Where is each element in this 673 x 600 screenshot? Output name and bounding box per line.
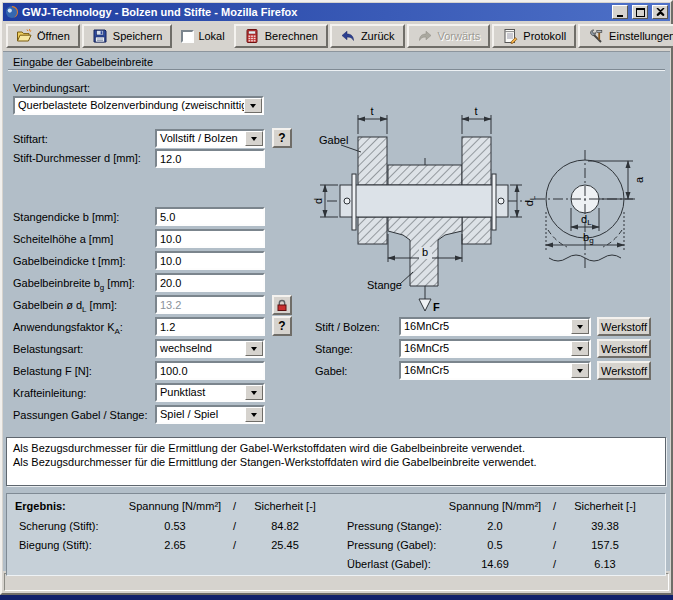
gabel-material-value: 16MnCr5 (401, 363, 571, 378)
anwendungsfaktor-input[interactable] (155, 317, 265, 336)
message-line-1: Als Bezugsdurchmesser für die Ermittlung… (13, 441, 659, 455)
stift-bolzen-material-select[interactable]: 16MnCr5 (399, 317, 591, 336)
forward-button[interactable]: Vorwärts (407, 24, 491, 48)
belastungsart-value: wechselnd (157, 341, 245, 356)
result-sep: / (553, 520, 556, 532)
werkstoff-button-gabel[interactable]: Werkstoff (597, 361, 651, 380)
drawing-label-bg: bg (583, 231, 594, 245)
stift-durchmesser-input[interactable] (155, 149, 265, 168)
document-icon (502, 28, 518, 44)
drawing-washer-left (352, 174, 356, 230)
result-sep: / (553, 558, 556, 570)
gabelbeindicke-input[interactable] (155, 251, 265, 270)
lock-button[interactable] (272, 295, 292, 315)
maximize-icon (636, 8, 645, 17)
scheitelhoehe-input[interactable] (155, 229, 265, 248)
lock-icon (276, 299, 288, 312)
maximize-button[interactable] (632, 5, 648, 19)
verbindungsart-value: Querbelastete Bolzenverbindung (zweischn… (15, 98, 244, 113)
calculate-button[interactable]: Berechnen (234, 24, 328, 48)
dropdown-arrow-icon[interactable] (571, 319, 589, 334)
stangendicke-input[interactable] (155, 207, 265, 226)
dropdown-arrow-icon[interactable] (571, 341, 589, 356)
calculate-label: Berechnen (265, 30, 318, 42)
dropdown-arrow-icon[interactable] (245, 341, 263, 356)
drawing-label-d: d (312, 198, 324, 204)
gabel-material-label: Gabel: (315, 365, 347, 377)
question-mark-icon: ? (278, 131, 285, 145)
gabelbein-dl-label: Gabelbein ø dL [mm]: (13, 299, 117, 314)
result-row-label: Pressung (Stange): (347, 520, 442, 532)
krafteinleitung-value: Punktlast (157, 385, 245, 400)
question-mark-icon: ? (278, 319, 285, 333)
gabel-material-select[interactable]: 16MnCr5 (399, 361, 591, 380)
drawing-label-dl: dL (523, 195, 537, 206)
drawing-label-dl2: dL (581, 213, 592, 227)
forward-label: Vorwärts (438, 30, 481, 42)
result-sep: / (233, 539, 236, 551)
page-title: Eingabe der Gabelbeinbreite (13, 56, 153, 68)
result-value-spannung: 14.69 (445, 558, 545, 570)
tools-icon (588, 28, 604, 44)
stiftart-value: Vollstift / Bolzen (157, 131, 245, 146)
drawing-gabel-leg-bottom-left (358, 217, 387, 244)
gabelbeinbreite-label: Gabelbeinbreite bg [mm]: (13, 277, 135, 292)
drawing-stange-upper (388, 165, 462, 185)
results-header-sicherheit-right: Sicherheit [-] (565, 500, 645, 512)
window-title: GWJ-Technology - Bolzen und Stifte - Moz… (22, 6, 608, 18)
lokal-checkbox[interactable] (181, 30, 194, 43)
minimize-button[interactable] (612, 5, 628, 19)
dropdown-arrow-icon[interactable] (245, 385, 263, 400)
drawing-gabel-leg-bottom-right (462, 217, 491, 244)
titlebar: GWJ-Technology - Bolzen und Stifte - Moz… (3, 3, 670, 21)
werkstoff-button-stift[interactable]: Werkstoff (597, 317, 651, 336)
back-button[interactable]: Zurück (330, 24, 405, 48)
open-button[interactable]: Öffnen (6, 24, 80, 48)
result-row-label: Biegung (Stift): (19, 539, 92, 551)
stange-material-value: 16MnCr5 (401, 341, 571, 356)
stift-durchmesser-label: Stift-Durchmesser d [mm]: (13, 152, 141, 164)
result-sep: / (553, 539, 556, 551)
forward-arrow-icon (417, 28, 433, 44)
header-divider (8, 69, 665, 71)
gabelbeindicke-label: Gabelbeindicke t [mm]: (13, 255, 126, 267)
protocol-button[interactable]: Protokoll (492, 24, 576, 48)
belastungsart-select[interactable]: wechselnd (155, 339, 265, 358)
result-row-label: Scherung (Stift): (19, 520, 98, 532)
drawing-label-stange: Stange (367, 279, 402, 291)
dropdown-arrow-icon[interactable] (245, 407, 263, 422)
minimize-icon (617, 15, 623, 17)
back-arrow-icon (340, 28, 356, 44)
result-value-sicherheit: 157.5 (565, 539, 645, 551)
passungen-select[interactable]: Spiel / Spiel (155, 405, 265, 424)
calculator-icon (244, 28, 260, 44)
stange-material-select[interactable]: 16MnCr5 (399, 339, 591, 358)
passungen-value: Spiel / Spiel (157, 407, 245, 422)
drawing-force-arrowhead (419, 299, 431, 311)
dropdown-arrow-icon[interactable] (244, 98, 262, 113)
werkstoff-button-stange[interactable]: Werkstoff (597, 339, 651, 358)
stiftart-help-button[interactable]: ? (272, 128, 292, 148)
save-button[interactable]: Speichern (82, 24, 173, 48)
settings-button[interactable]: Einstellungen (578, 24, 673, 48)
anwendungsfaktor-help-button[interactable]: ? (272, 316, 292, 336)
close-button[interactable] (652, 5, 668, 19)
dropdown-arrow-icon[interactable] (571, 363, 589, 378)
result-row-label: Überlast (Gabel): (347, 558, 431, 570)
krafteinleitung-select[interactable]: Punktlast (155, 383, 265, 402)
verbindungsart-select[interactable]: Querbelastete Bolzenverbindung (zweischn… (13, 96, 264, 115)
werkstoff-label: Werkstoff (601, 321, 647, 333)
drawing-label-gabel: Gabel (319, 134, 348, 146)
scheitelhoehe-label: Scheitelhöhe a [mm] (13, 233, 113, 245)
drawing-label-b: b (422, 246, 428, 258)
gabelbeinbreite-input[interactable] (155, 273, 265, 292)
werkstoff-label: Werkstoff (601, 343, 647, 355)
results-header-sicherheit-left: Sicherheit [-] (245, 500, 325, 512)
stiftart-label: Stiftart: (13, 133, 48, 145)
stiftart-select[interactable]: Vollstift / Bolzen (155, 129, 265, 148)
belastung-input[interactable] (155, 361, 265, 380)
passungen-label: Passungen Gabel / Stange: (13, 409, 148, 421)
dropdown-arrow-icon[interactable] (245, 131, 263, 146)
toolbar: Öffnen Speichern Lokal (2, 21, 671, 51)
result-value-sicherheit: 25.45 (245, 539, 325, 551)
